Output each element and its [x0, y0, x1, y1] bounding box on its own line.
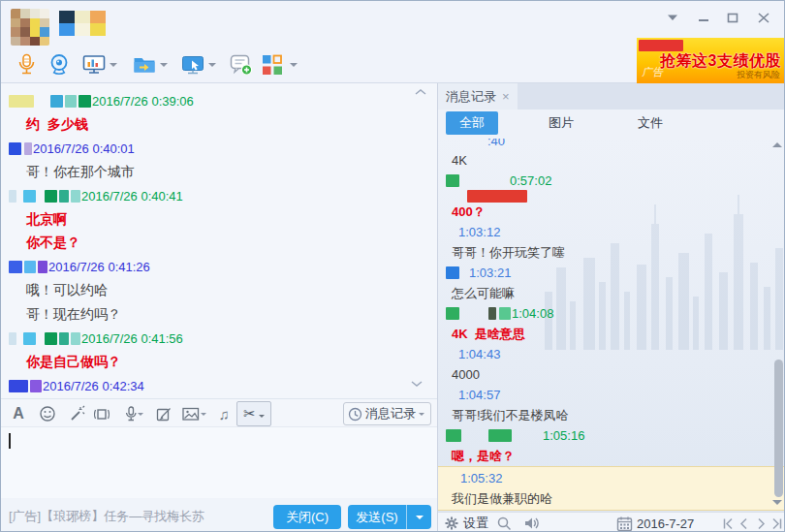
message-timestamp-row[interactable]: 1:05:16	[438, 425, 785, 446]
close-chat-button[interactable]: 关闭(C)	[273, 505, 341, 529]
skin-menu-button[interactable]	[662, 9, 683, 26]
message-timestamp-row[interactable]: 1:04:57	[438, 385, 785, 405]
message-timestamp-row[interactable]: 1:04:08	[438, 303, 785, 324]
avatar-pixel	[30, 9, 40, 18]
message-history-button[interactable]: 消息记录	[343, 402, 431, 425]
remote-desktop-button[interactable]	[177, 49, 208, 80]
video-call-button[interactable]	[44, 49, 75, 80]
maximize-button[interactable]	[722, 9, 743, 26]
send-image-button[interactable]	[179, 402, 203, 425]
tab-message-history[interactable]: 消息记录 ×	[438, 83, 518, 110]
censored-block	[446, 307, 459, 320]
message-row[interactable]: 4K 是啥意思	[438, 324, 785, 344]
history-next-page[interactable]	[755, 515, 768, 532]
message-timestamp-row[interactable]: 1:03:12	[438, 222, 785, 242]
apps-button[interactable]	[257, 49, 288, 80]
send-file-button[interactable]	[129, 49, 160, 80]
history-last-page[interactable]	[770, 515, 783, 532]
send-button[interactable]: 发送(S)	[348, 505, 431, 529]
message-text: 4K 是啥意思	[452, 326, 525, 343]
first-page-icon	[722, 517, 735, 530]
screen-demo-button[interactable]	[78, 49, 110, 80]
create-group-chat-button[interactable]	[226, 49, 257, 80]
contact-avatar[interactable]	[11, 9, 49, 46]
message-timestamp-row[interactable]: 1:03:21	[438, 263, 785, 283]
scroll-up-chevron[interactable]	[414, 88, 427, 96]
send-options-caret[interactable]	[406, 505, 431, 529]
history-sound-button[interactable]	[523, 515, 541, 532]
screenshot-button[interactable]: ✂	[236, 401, 271, 426]
redacted-row[interactable]	[438, 191, 785, 202]
text-cursor	[9, 433, 11, 449]
message-timestamp-row[interactable]: 1:04:43	[438, 344, 785, 364]
message-row[interactable]: 4000	[438, 364, 785, 385]
message-input[interactable]	[1, 427, 437, 498]
message-row[interactable]: 哥哥!我们不是楼凤哈	[438, 405, 785, 425]
voice-message-caret[interactable]	[138, 413, 143, 419]
message-text: 哥哥！你开玩笑了噻	[452, 244, 565, 262]
history-scroll-up[interactable]	[772, 142, 782, 147]
send-label: 发送(S)	[348, 509, 406, 526]
name-pixel	[90, 11, 106, 23]
tab-close-icon[interactable]: ×	[502, 89, 510, 104]
music-button[interactable]: ♫	[212, 402, 236, 425]
doodle-button[interactable]	[152, 402, 175, 425]
message-timestamp-row[interactable]: 0:57:02	[438, 171, 785, 191]
remote-desktop-caret[interactable]	[208, 63, 216, 71]
filter-tab-全部[interactable]: 全部	[446, 111, 498, 135]
history-message-list: :404K0:57:02400？1:03:12哥哥！你开玩笑了噻1:03:21怎…	[438, 137, 785, 512]
history-prev-page[interactable]	[738, 515, 750, 532]
avatar-pixel	[40, 9, 49, 18]
censored-block	[23, 190, 36, 203]
message-text: 哥！现在约吗？	[26, 306, 121, 324]
message-row[interactable]: 怎么可能嘛	[438, 283, 785, 303]
smiley-icon	[39, 405, 56, 422]
history-footer: 设置 2016-7-27	[438, 512, 785, 532]
filter-tab-文件[interactable]: 文件	[624, 111, 676, 135]
minimize-button[interactable]	[693, 9, 714, 26]
font-style-button[interactable]: A	[7, 402, 30, 425]
message-row[interactable]: 哥哥！你开玩笑了噻	[438, 242, 785, 263]
voice-call-button[interactable]	[11, 49, 42, 80]
history-scroll-down[interactable]	[772, 500, 782, 505]
send-file-caret[interactable]	[160, 63, 168, 71]
history-scrollbar-thumb[interactable]	[774, 360, 783, 497]
filter-tab-图片[interactable]: 图片	[535, 111, 587, 135]
history-first-page[interactable]	[722, 515, 735, 532]
message-timestamp-row: 2016/7/26 0:39:06	[1, 89, 437, 113]
screen-demo-caret[interactable]	[110, 63, 117, 71]
avatar-pixel	[11, 9, 20, 18]
history-settings-button[interactable]: 设置	[444, 515, 488, 532]
close-chat-label: 关闭(C)	[286, 509, 329, 526]
maximize-icon	[727, 13, 738, 23]
qq-chat-window: 广告 抢筹这3支绩优股 投资有风险 2016/7/26 0:39:06约 多少钱…	[0, 0, 785, 532]
screenshot-caret[interactable]	[259, 415, 265, 421]
message-row[interactable]: 嗯，是啥？	[438, 446, 785, 466]
history-date-picker[interactable]: 2016-7-27	[616, 515, 694, 532]
avatar-pixel	[20, 9, 30, 18]
message-row[interactable]: 我们是做兼职的哈	[438, 488, 785, 511]
message-row: 你是自己做吗？	[1, 351, 437, 375]
message-timestamp-row[interactable]: 1:05:32	[438, 466, 785, 488]
send-image-caret[interactable]	[201, 413, 206, 419]
footer-ad-text[interactable]: [广告]【琅琊榜】任务—寻找梅长苏	[9, 508, 204, 525]
timestamp: 1:03:21	[469, 266, 511, 280]
clock-icon	[348, 407, 362, 422]
history-search-button[interactable]	[496, 515, 512, 532]
close-button[interactable]	[753, 9, 774, 26]
message-text: 怎么可能嘛	[452, 285, 515, 302]
timestamp: 2016/7/26 0:41:26	[48, 260, 150, 274]
scroll-down-chevron[interactable]	[410, 380, 424, 388]
message-timestamp-row[interactable]: :40	[438, 139, 785, 150]
message-row: 约 多少钱	[1, 113, 437, 138]
window-shake-button[interactable]	[90, 402, 113, 425]
message-row[interactable]: 4K	[438, 150, 785, 171]
magic-expression-button[interactable]	[65, 402, 88, 425]
timestamp: 2016/7/26 0:41:56	[81, 331, 183, 346]
ad-banner[interactable]: 广告 抢筹这3支绩优股 投资有风险	[637, 38, 784, 83]
message-row[interactable]: 400？	[438, 202, 785, 222]
apps-caret[interactable]	[290, 63, 298, 71]
emoticon-button[interactable]	[36, 402, 59, 425]
timestamp: 1:05:16	[543, 428, 584, 443]
contact-name-censored	[59, 11, 106, 36]
